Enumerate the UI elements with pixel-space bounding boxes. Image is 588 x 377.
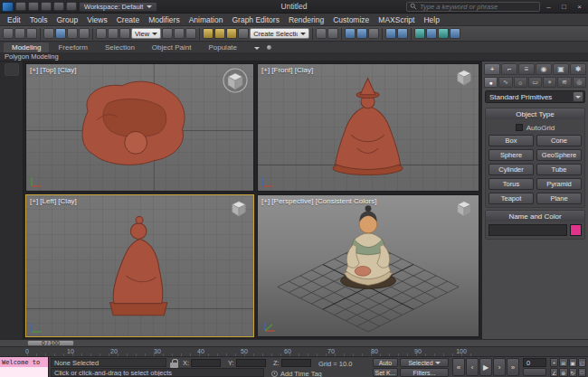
next-frame-icon[interactable]: › xyxy=(493,358,506,376)
window-crossing-toggle-icon[interactable] xyxy=(79,28,90,39)
align-icon[interactable] xyxy=(327,28,338,39)
close-button[interactable]: × xyxy=(573,2,586,12)
use-pivot-point-center-icon[interactable] xyxy=(162,28,173,39)
modify-tab-icon[interactable]: ⌐ xyxy=(501,63,517,75)
mirror-icon[interactable] xyxy=(316,28,327,39)
keyboard-shortcut-override-icon[interactable] xyxy=(185,28,196,39)
tube-button[interactable]: Tube xyxy=(536,164,582,175)
sphere-button[interactable]: Sphere xyxy=(488,149,534,161)
viewcube[interactable] xyxy=(229,198,249,218)
go-to-start-icon[interactable]: « xyxy=(452,358,465,376)
y-coordinate-input[interactable] xyxy=(236,359,266,367)
render-setup-icon[interactable] xyxy=(426,28,437,39)
viewport-label[interactable]: [+] [Front] [Clay] xyxy=(261,66,313,74)
orbit-icon[interactable]: ↻ xyxy=(569,368,577,377)
field-of-view-icon[interactable]: ∠ xyxy=(550,368,558,377)
hierarchy-tab-icon[interactable]: ≡ xyxy=(518,63,535,75)
save-file-icon[interactable] xyxy=(41,2,52,11)
unlink-selection-icon[interactable] xyxy=(14,28,25,39)
select-and-move-icon[interactable] xyxy=(96,28,107,39)
menu-item[interactable]: Modifiers xyxy=(144,15,184,24)
toggle-ribbon-icon[interactable] xyxy=(368,28,379,39)
curve-editor-icon[interactable] xyxy=(385,28,396,39)
select-by-name-icon[interactable] xyxy=(55,28,66,39)
schematic-view-icon[interactable] xyxy=(397,28,408,39)
space-warps-category-icon[interactable]: ≋ xyxy=(557,77,571,88)
autogrid-checkbox[interactable] xyxy=(516,124,523,131)
pan-icon[interactable]: ⊕ xyxy=(559,368,567,377)
maxscript-mini-listener[interactable]: Welcome to xyxy=(0,357,49,377)
menu-item[interactable]: Rendering xyxy=(284,15,328,24)
viewport-front[interactable]: [+] [Front] [Clay] xyxy=(257,63,479,192)
maximize-button[interactable]: □ xyxy=(557,2,571,12)
viewport-label[interactable]: [+] [Perspective] [Consistent Colors] xyxy=(261,197,376,205)
torus-button[interactable]: Torus xyxy=(488,178,534,190)
ribbon-panel-title[interactable]: Polygon Modeling xyxy=(5,52,59,61)
helpers-category-icon[interactable]: ⌖ xyxy=(543,77,556,88)
viewcube[interactable] xyxy=(222,67,249,94)
geometry-category-icon[interactable]: ● xyxy=(484,77,498,88)
viewport-layout-tabs-icon[interactable] xyxy=(5,63,19,76)
clay-model-front-view[interactable] xyxy=(315,74,421,188)
geosphere-button[interactable]: GeoSphere xyxy=(536,149,582,161)
go-to-end-icon[interactable]: » xyxy=(507,358,519,376)
menu-item[interactable]: Graph Editors xyxy=(227,15,283,24)
viewport-left[interactable]: [+] [Left] [Clay] xyxy=(25,194,254,337)
selection-lock-icon[interactable] xyxy=(170,359,178,368)
menu-item[interactable]: Customize xyxy=(328,15,374,24)
percent-snap-toggle-icon[interactable] xyxy=(226,28,237,39)
menu-item[interactable]: Views xyxy=(82,15,112,24)
edit-named-selection-sets-icon[interactable] xyxy=(238,28,249,39)
box-button[interactable]: Box xyxy=(488,135,534,146)
ribbon-minimize-icon[interactable] xyxy=(251,43,262,52)
tab-object-paint[interactable]: Object Paint xyxy=(144,42,200,52)
utilities-tab-icon[interactable]: ✱ xyxy=(570,63,586,75)
lights-category-icon[interactable]: ☼ xyxy=(514,77,527,88)
pyramid-button[interactable]: Pyramid xyxy=(536,178,582,190)
track-bar[interactable]: 0 10 20 30 40 50 60 70 80 90 100 xyxy=(0,346,588,356)
menu-item[interactable]: Help xyxy=(419,15,443,24)
maxscript-listener-input[interactable] xyxy=(0,367,48,377)
menu-item[interactable]: Edit xyxy=(3,15,25,24)
auto-key-button[interactable]: Auto xyxy=(373,358,398,367)
snaps-toggle-icon[interactable] xyxy=(203,28,213,39)
time-slider-track[interactable]: 0 / 100 xyxy=(0,339,588,346)
viewcube[interactable] xyxy=(454,198,474,218)
x-coordinate-input[interactable] xyxy=(191,359,221,367)
maxscript-listener-output[interactable]: Welcome to xyxy=(0,357,48,367)
shapes-category-icon[interactable]: ∿ xyxy=(498,77,512,88)
clay-model-top-view[interactable] xyxy=(58,71,208,182)
zoom-region-icon[interactable]: ◱ xyxy=(578,358,586,367)
time-slider-handle[interactable]: 0 / 100 xyxy=(27,340,74,346)
previous-frame-icon[interactable]: ‹ xyxy=(466,358,479,376)
select-and-link-icon[interactable] xyxy=(3,28,14,39)
select-and-manipulate-icon[interactable] xyxy=(174,28,185,39)
viewport-perspective[interactable]: [+] [Perspective] [Consistent Colors] xyxy=(257,194,479,337)
viewport-label[interactable]: [+] [Top] [Clay] xyxy=(30,66,76,74)
object-class-dropdown[interactable]: Standard Primitives xyxy=(485,90,585,103)
app-logo-icon[interactable] xyxy=(2,2,14,12)
named-selection-dropdown[interactable]: Create Selection xyxy=(250,28,309,39)
perspective-scene[interactable] xyxy=(258,195,479,336)
systems-category-icon[interactable]: ◎ xyxy=(573,77,586,88)
viewcube[interactable] xyxy=(454,67,474,87)
select-and-scale-icon[interactable] xyxy=(119,28,130,39)
menu-item[interactable]: Animation xyxy=(185,15,228,24)
search-input[interactable] xyxy=(420,3,536,11)
cameras-category-icon[interactable]: ▭ xyxy=(528,77,542,88)
infocenter-search[interactable] xyxy=(406,2,540,12)
open-file-icon[interactable] xyxy=(28,2,39,11)
play-icon[interactable]: ▶ xyxy=(479,358,492,376)
object-color-swatch[interactable] xyxy=(570,224,582,236)
object-name-input[interactable] xyxy=(488,224,567,236)
undo-icon[interactable] xyxy=(53,2,64,11)
rendered-frame-window-icon[interactable] xyxy=(438,28,449,39)
render-production-icon[interactable] xyxy=(450,28,460,39)
menu-item[interactable]: MAXScript xyxy=(374,15,419,24)
bind-to-space-warp-icon[interactable] xyxy=(26,28,37,39)
menu-item[interactable]: Group xyxy=(52,15,83,24)
motion-tab-icon[interactable]: ◉ xyxy=(536,63,552,75)
name-and-color-rollout-header[interactable]: Name and Color xyxy=(486,211,584,221)
zoom-icon[interactable]: + xyxy=(550,358,558,367)
menu-item[interactable]: Create xyxy=(112,15,145,24)
